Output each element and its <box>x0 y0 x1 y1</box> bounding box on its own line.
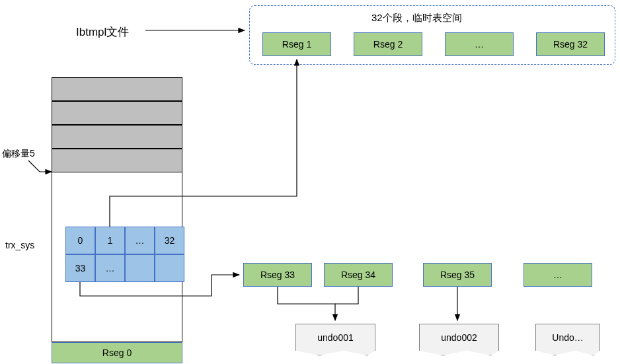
ibtmpl-file-label: Ibtmpl文件 <box>76 24 129 40</box>
slot-ellipsis-bottom: … <box>95 254 125 282</box>
rseg-label: Rseg 34 <box>341 270 375 280</box>
slot-label: 0 <box>78 235 83 246</box>
rseg-label: … <box>475 39 484 50</box>
undo-label: undo001 <box>317 332 354 343</box>
rseg-label: Rseg 32 <box>553 39 588 50</box>
slot-label: 1 <box>108 235 113 246</box>
undo-ellipsis-file: Undo… <box>535 324 600 355</box>
slot-label: … <box>106 263 115 273</box>
gray-header-row <box>52 77 182 101</box>
rseg-1-box: Rseg 1 <box>262 32 331 56</box>
rseg-label: Rseg 33 <box>260 270 295 280</box>
rseg-ellipsis-mid: … <box>523 263 592 287</box>
offset-5-label: 偏移量5 <box>2 148 35 160</box>
rseg-2-box: Rseg 2 <box>354 32 422 56</box>
rseg-label: Rseg 0 <box>102 347 132 358</box>
rseg-32-box: Rseg 32 <box>536 32 605 56</box>
undo-label: undo002 <box>441 332 477 343</box>
undo-label: Undo… <box>552 332 583 343</box>
slot-empty-2 <box>155 254 184 282</box>
slot-33: 33 <box>65 254 95 282</box>
rseg-label: Rseg 2 <box>373 39 403 50</box>
arrow-rseg34-to-undo001 <box>335 287 358 304</box>
slot-1: 1 <box>95 227 125 254</box>
rseg-35-box: Rseg 35 <box>423 263 492 287</box>
rseg-33-box: Rseg 33 <box>243 263 312 287</box>
temp-tablespace-title: 32个段，临时表空间 <box>371 12 462 24</box>
undo001-file: undo001 <box>295 324 375 355</box>
slot-32: 32 <box>155 227 184 254</box>
slot-empty-1 <box>125 254 155 282</box>
slot-ellipsis-top: … <box>125 227 155 254</box>
arrow-offset5 <box>28 161 52 172</box>
slot-label: 33 <box>75 263 86 273</box>
rseg-label: Rseg 1 <box>282 39 311 50</box>
rseg-label: … <box>553 270 562 280</box>
arrow-rseg33-to-undo001 <box>278 287 335 320</box>
slot-label: … <box>136 235 145 246</box>
slot-label: 32 <box>165 235 175 246</box>
rseg-34-box: Rseg 34 <box>324 263 393 287</box>
gray-row-1 <box>52 101 182 125</box>
gray-row-3 <box>52 149 182 172</box>
slot-0: 0 <box>65 227 95 254</box>
rseg-0-box: Rseg 0 <box>52 342 182 363</box>
rseg-ellipsis-box: … <box>445 32 514 56</box>
undo002-file: undo002 <box>419 324 499 355</box>
trx-sys-label: trx_sys <box>5 240 34 250</box>
rseg-label: Rseg 35 <box>440 270 475 280</box>
gray-row-2 <box>52 125 182 149</box>
